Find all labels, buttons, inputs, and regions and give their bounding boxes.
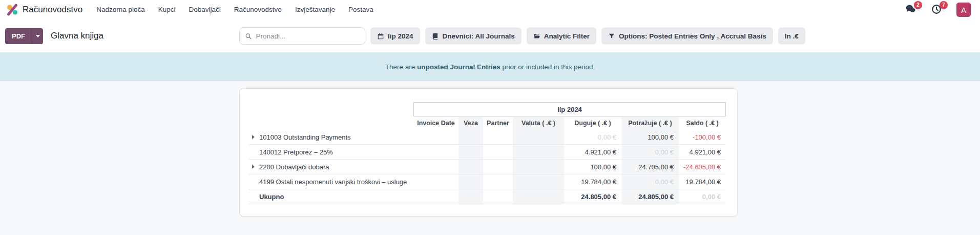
search-icon (245, 32, 252, 40)
total-row: Ukupno24.805,00 €24.805,00 €0,00 € (249, 189, 726, 204)
journals-filter-label: Dnevnici: All Journals (443, 32, 515, 40)
invoice-date-cell (413, 130, 458, 145)
account-name[interactable]: 140012 Pretporez – 25% (249, 145, 413, 160)
account-name-text: 101003 Outstanding Payments (259, 133, 351, 141)
search-box (239, 27, 365, 45)
veza-cell (458, 130, 483, 145)
analytic-filter-button[interactable]: Analytic Filter (527, 28, 596, 45)
partner-cell (483, 145, 513, 160)
banner-text-pre: There are (385, 63, 417, 71)
analytic-filter-label: Analytic Filter (544, 32, 590, 40)
activities-badge: 7 (940, 1, 948, 9)
currency-filter-label: In .€ (785, 32, 799, 40)
potrazuje-value: 0,00 € (621, 174, 679, 189)
valuta-cell (513, 130, 564, 145)
column-header-row: Invoice DateVezaPartnerValuta ( .€ )Dugu… (249, 117, 726, 130)
search-input[interactable] (256, 32, 360, 40)
veza-cell (458, 189, 483, 204)
activities-clock-icon[interactable]: 7 (931, 4, 943, 16)
unposted-entries-banner: There are unposted Journal Entries prior… (0, 52, 980, 81)
report-content-area: lip 2024 Invoice DateVezaPartnerValuta (… (0, 81, 980, 235)
menu-item-kupci[interactable]: Kupci (152, 0, 182, 19)
filter-buttons: lip 2024 Dnevnici: All Journals Analytic… (370, 28, 805, 45)
column-header-2: Veza (458, 117, 483, 130)
invoice-date-cell (413, 174, 458, 189)
saldo-value: 19.784,00 € (679, 174, 726, 189)
app-name[interactable]: Računovodstvo (23, 5, 82, 15)
account-name[interactable]: 2200 Dobavljači dobara (249, 160, 413, 174)
invoice-date-cell (413, 160, 458, 174)
period-header: lip 2024 (413, 102, 726, 116)
partner-cell (483, 174, 513, 189)
options-filter-label: Options: Posted Entries Only , Accrual B… (619, 32, 766, 40)
duguje-value: 19.784,00 € (564, 174, 621, 189)
valuta-cell (513, 174, 564, 189)
menu-item-dobavlja-i[interactable]: Dobavljači (182, 0, 227, 19)
date-filter-button[interactable]: lip 2024 (370, 28, 420, 45)
saldo-value: -24.605,00 € (679, 160, 726, 174)
menu-item-izvje-tavanje[interactable]: Izvještavanje (288, 0, 342, 19)
user-avatar[interactable]: A (956, 3, 971, 17)
top-navbar: Računovodstvo Nadzorna pločaKupciDobavlj… (0, 0, 980, 19)
calendar-icon (377, 32, 384, 40)
general-ledger-card: lip 2024 Invoice DateVezaPartnerValuta (… (239, 88, 738, 217)
valuta-cell (513, 145, 564, 160)
app-logo-icon[interactable] (6, 4, 18, 16)
potrazuje-value: 100,00 € (621, 130, 679, 145)
column-header-5: Duguje ( .€ ) (564, 117, 621, 130)
name-column-spacer (249, 117, 413, 130)
account-name-text: 2200 Dobavljači dobara (259, 163, 329, 171)
partner-cell (483, 130, 513, 145)
potrazuje-value: 0,00 € (621, 145, 679, 160)
pdf-dropdown-toggle[interactable] (32, 28, 43, 44)
column-header-7: Saldo ( .€ ) (679, 117, 726, 130)
banner-text-post: prior or included in this period. (501, 63, 595, 71)
column-header-6: Potražuje ( .€ ) (621, 117, 679, 130)
partner-cell (483, 160, 513, 174)
veza-cell (458, 145, 483, 160)
veza-cell (458, 174, 483, 189)
menu-item-ra-unovodstvo[interactable]: Računovodstvo (227, 0, 288, 19)
duguje-value: 100,00 € (564, 160, 621, 174)
veza-cell (458, 160, 483, 174)
options-filter-button[interactable]: Options: Posted Entries Only , Accrual B… (601, 28, 773, 45)
pdf-button[interactable]: PDF (5, 28, 32, 44)
column-header-1: Invoice Date (413, 117, 458, 130)
account-row: 140012 Pretporez – 25%4.921,00 €0,00 €4.… (249, 145, 726, 160)
date-filter-label: lip 2024 (388, 32, 413, 40)
menu-item-postava[interactable]: Postava (342, 0, 380, 19)
account-row: 4199 Ostali nespomenuti vanjski troškovi… (249, 174, 726, 189)
general-ledger-table: lip 2024 Invoice DateVezaPartnerValuta (… (249, 102, 726, 204)
expand-caret-icon[interactable] (252, 135, 255, 139)
account-name-text: 140012 Pretporez – 25% (259, 148, 333, 156)
account-name-text: Ukupno (259, 193, 284, 201)
navbar-right: 2 7 A (905, 3, 974, 17)
banner-text-bold: unposted Journal Entries (417, 63, 501, 71)
currency-filter-button[interactable]: In .€ (778, 28, 805, 45)
journals-filter-button[interactable]: Dnevnici: All Journals (425, 28, 522, 45)
duguje-value: 0,00 € (564, 130, 621, 145)
journal-book-icon (432, 32, 439, 40)
account-row: 101003 Outstanding Payments0,00 €100,00 … (249, 130, 726, 145)
period-header-row: lip 2024 (249, 102, 726, 117)
account-name[interactable]: 4199 Ostali nespomenuti vanjski troškovi… (249, 174, 413, 189)
column-header-4: Valuta ( .€ ) (513, 117, 564, 130)
account-name[interactable]: 101003 Outstanding Payments (249, 130, 413, 145)
potrazuje-value: 24.805,00 € (621, 189, 679, 204)
account-row: 2200 Dobavljači dobara100,00 €24.705,00 … (249, 160, 726, 174)
messages-icon[interactable]: 2 (905, 4, 918, 16)
menu-item-nadzorna-plo-a[interactable]: Nadzorna ploča (90, 0, 152, 19)
main-menu: Nadzorna pločaKupciDobavljačiRačunovodst… (90, 0, 380, 19)
duguje-value: 4.921,00 € (564, 145, 621, 160)
saldo-value: -100,00 € (679, 130, 726, 145)
filter-funnel-icon (608, 32, 615, 40)
folder-open-icon (533, 32, 540, 40)
duguje-value: 24.805,00 € (564, 189, 621, 204)
caret-down-icon (36, 35, 40, 37)
potrazuje-value: 24.705,00 € (621, 160, 679, 174)
messages-badge: 2 (914, 1, 922, 9)
invoice-date-cell (413, 189, 458, 204)
expand-caret-icon[interactable] (252, 165, 255, 169)
pdf-split-button: PDF (5, 28, 43, 44)
period-header-spacer (249, 102, 413, 117)
